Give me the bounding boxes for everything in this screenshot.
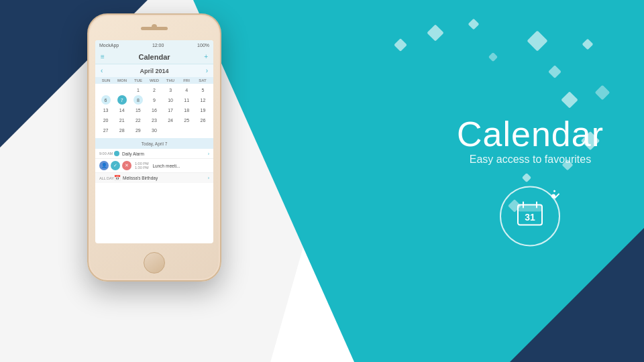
today-divider: Today, April 7 bbox=[95, 138, 213, 149]
home-button[interactable] bbox=[144, 252, 165, 274]
cal-day[interactable]: 1 bbox=[133, 85, 143, 95]
cal-day[interactable]: 24 bbox=[166, 115, 175, 125]
allday-arrow-icon: › bbox=[208, 176, 209, 180]
calendar-nav: ‹ April 2014 › bbox=[95, 64, 213, 77]
event-row-alarm[interactable]: 9:00 AM Daily Alarm › bbox=[95, 149, 213, 159]
calendar-month-label: April 2014 bbox=[140, 68, 168, 74]
cal-day[interactable]: 16 bbox=[150, 105, 159, 115]
svg-rect-1 bbox=[518, 205, 542, 212]
cal-day[interactable]: 8 bbox=[133, 95, 143, 105]
cal-day[interactable]: 12 bbox=[198, 95, 207, 105]
phone-mockup: MockApp 12:00 100% ≡ Calendar + ‹ April … bbox=[87, 13, 221, 295]
cal-day[interactable]: 22 bbox=[133, 115, 143, 125]
calendar-grid: 1 2 3 4 5 6 7 8 9 10 11 12 13 14 15 16 1… bbox=[95, 84, 213, 136]
cal-day[interactable]: 30 bbox=[150, 125, 159, 135]
allday-event-label: Melissa's Birthday bbox=[123, 176, 208, 180]
cal-day[interactable]: 3 bbox=[166, 85, 175, 95]
cal-day[interactable]: 23 bbox=[150, 115, 159, 125]
right-panel: Calendar Easy access to favourites 31 bbox=[457, 115, 604, 246]
svg-text:31: 31 bbox=[525, 213, 536, 223]
calendar-icon-circle: 31 bbox=[500, 186, 560, 247]
event-actions-row: 👤 ✓ ✕ 1:00 PM1:30 PM Lunch meeti... bbox=[95, 159, 213, 173]
day-sun: SUN bbox=[98, 78, 114, 82]
status-app-name: MockApp bbox=[99, 43, 119, 48]
day-wed: WED bbox=[146, 78, 162, 82]
cal-day bbox=[198, 125, 207, 135]
app-header: ≡ Calendar + bbox=[95, 50, 213, 64]
cal-day[interactable]: 11 bbox=[182, 95, 191, 105]
allday-event-row[interactable]: ALL DAY 📅 Melissa's Birthday › bbox=[95, 173, 213, 183]
cal-day[interactable]: 25 bbox=[182, 115, 191, 125]
cal-day[interactable]: 21 bbox=[117, 115, 127, 125]
cal-day[interactable]: 19 bbox=[198, 105, 207, 115]
cal-day[interactable]: 26 bbox=[198, 115, 207, 125]
cal-day[interactable]: 6 bbox=[101, 95, 111, 105]
allday-label: ALL DAY bbox=[99, 176, 114, 180]
cal-day[interactable]: 5 bbox=[198, 85, 207, 95]
action-confirm-button[interactable]: ✓ bbox=[111, 161, 120, 170]
cal-day bbox=[182, 125, 191, 135]
cal-day[interactable]: 10 bbox=[166, 95, 175, 105]
calendar-small-icon: 📅 bbox=[114, 175, 121, 181]
cal-day bbox=[166, 125, 175, 135]
day-thu: THU bbox=[162, 78, 178, 82]
cal-day[interactable]: 29 bbox=[133, 125, 143, 135]
cal-day[interactable]: 18 bbox=[182, 105, 191, 115]
next-month-button[interactable]: › bbox=[206, 67, 208, 74]
cal-day[interactable]: 13 bbox=[101, 105, 111, 115]
phone-screen: MockApp 12:00 100% ≡ Calendar + ‹ April … bbox=[95, 40, 213, 243]
phone-speaker bbox=[141, 27, 168, 30]
calendar-day-labels: SUN MON TUE WED THU FRI SAT bbox=[95, 77, 213, 84]
app-title: Calendar bbox=[457, 115, 604, 154]
event-dot bbox=[114, 151, 119, 156]
event-time-range: 1:00 PM1:30 PM bbox=[135, 162, 148, 170]
cal-day[interactable] bbox=[117, 85, 127, 95]
lunch-event-label: Lunch meeti... bbox=[152, 164, 209, 168]
event-label: Daily Alarm bbox=[122, 152, 208, 156]
day-fri: FRI bbox=[178, 78, 195, 82]
cal-day[interactable]: 17 bbox=[166, 105, 175, 115]
cal-day[interactable]: 20 bbox=[101, 115, 111, 125]
day-tue: TUE bbox=[130, 78, 146, 82]
cal-day[interactable]: 27 bbox=[101, 125, 111, 135]
prev-month-button[interactable]: ‹ bbox=[101, 67, 103, 74]
calendar-header-title: Calendar bbox=[105, 53, 204, 61]
cal-day[interactable]: 28 bbox=[117, 125, 127, 135]
calendar-icon: 31 bbox=[515, 200, 545, 233]
sparkle-icon bbox=[551, 194, 555, 198]
action-decline-button[interactable]: ✕ bbox=[122, 161, 131, 170]
cal-day[interactable]: 15 bbox=[133, 105, 143, 115]
cal-day[interactable] bbox=[101, 85, 111, 95]
status-time: 12:00 bbox=[152, 43, 164, 48]
app-subtitle: Easy access to favourites bbox=[457, 154, 604, 166]
cal-day[interactable]: 14 bbox=[117, 105, 127, 115]
phone-frame: MockApp 12:00 100% ≡ Calendar + ‹ April … bbox=[87, 13, 221, 282]
event-time: 9:00 AM bbox=[99, 152, 114, 156]
day-mon: MON bbox=[114, 78, 130, 82]
action-profile-button[interactable]: 👤 bbox=[99, 161, 109, 170]
day-sat: SAT bbox=[195, 78, 211, 82]
cal-day-today[interactable]: 7 bbox=[117, 95, 127, 105]
cal-day[interactable]: 2 bbox=[150, 85, 159, 95]
add-icon[interactable]: + bbox=[204, 53, 208, 60]
status-battery: 100% bbox=[197, 43, 209, 48]
cal-day[interactable]: 9 bbox=[150, 95, 159, 105]
event-arrow-icon: › bbox=[208, 152, 209, 156]
status-bar: MockApp 12:00 100% bbox=[95, 40, 213, 50]
cal-day[interactable]: 4 bbox=[182, 85, 191, 95]
